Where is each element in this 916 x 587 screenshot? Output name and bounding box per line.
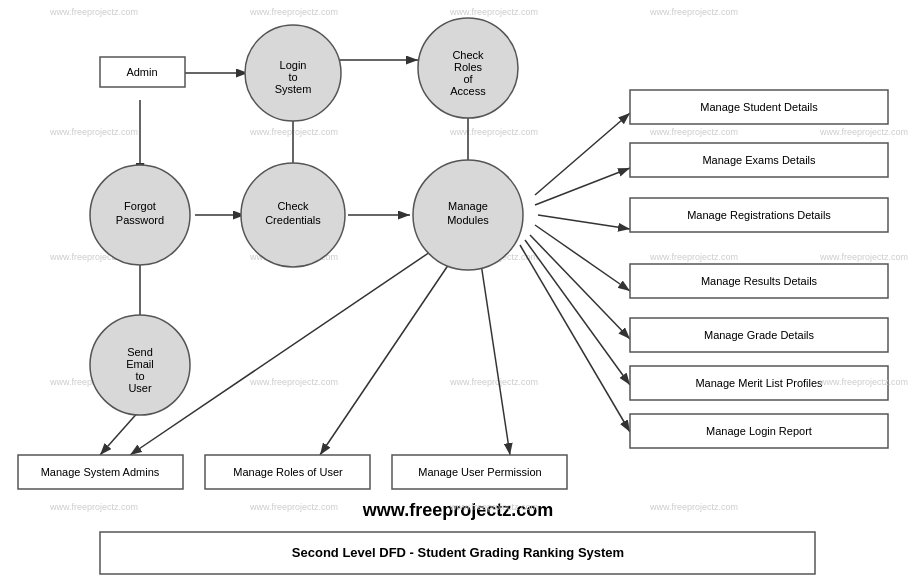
manage-permission-label: Manage User Permission (418, 466, 542, 478)
manage-results-label: Manage Results Details (701, 275, 818, 287)
watermark: www.freeprojectz.com (249, 7, 338, 17)
watermark: www.freeprojectz.com (649, 127, 738, 137)
check-roles-label4: Access (450, 85, 486, 97)
forgot-label2: Password (116, 214, 164, 226)
login-label: Login (280, 59, 307, 71)
check-cred-label2: Credentials (265, 214, 321, 226)
forgot-label1: Forgot (124, 200, 156, 212)
watermark: www.freeprojectz.com (819, 127, 908, 137)
manage-grade-label: Manage Grade Details (704, 329, 815, 341)
manage-merit-label: Manage Merit List Profiles (695, 377, 823, 389)
send-email-label1: Send (127, 346, 153, 358)
watermark: www.freeprojectz.com (649, 7, 738, 17)
watermark: www.freeprojectz.com (249, 502, 338, 512)
arrow-modules-registrations (538, 215, 630, 229)
arrow-modules-results (535, 225, 630, 291)
arrow-modules-loginreport (520, 245, 630, 432)
arrow-modules-exams (535, 168, 630, 205)
watermark: www.freeprojectz.com (49, 7, 138, 17)
arrow-modules-permission (480, 257, 510, 455)
watermark: www.freeprojectz.com (49, 502, 138, 512)
manage-roles-label: Manage Roles of User (233, 466, 343, 478)
watermark: www.freeprojectz.com (449, 7, 538, 17)
manage-student-label: Manage Student Details (700, 101, 818, 113)
send-email-label2: Email (126, 358, 154, 370)
manage-modules-label2: Modules (447, 214, 489, 226)
watermark: www.freeprojectz.com (649, 252, 738, 262)
check-roles-label1: Check (452, 49, 484, 61)
check-cred-label1: Check (277, 200, 309, 212)
watermark: www.freeprojectz.com (819, 252, 908, 262)
send-email-label3: to (135, 370, 144, 382)
manage-modules-label1: Manage (448, 200, 488, 212)
login-label3: System (275, 83, 312, 95)
arrow-email-bottom (100, 410, 140, 455)
arrow-modules-merit (525, 240, 630, 385)
watermark: www.freeprojectz.com (649, 502, 738, 512)
send-email-label4: User (128, 382, 152, 394)
dfd-diagram: www.freeprojectz.com www.freeprojectz.co… (0, 0, 916, 587)
watermark: www.freeprojectz.com (449, 502, 538, 512)
manage-admins-label: Manage System Admins (41, 466, 160, 478)
check-roles-label3: of (463, 73, 473, 85)
manage-registrations-label: Manage Registrations Details (687, 209, 831, 221)
check-roles-label2: Roles (454, 61, 483, 73)
watermark: www.freeprojectz.com (449, 127, 538, 137)
watermark: www.freeprojectz.com (249, 377, 338, 387)
admin-label: Admin (126, 66, 157, 78)
manage-login-label: Manage Login Report (706, 425, 812, 437)
manage-exams-label: Manage Exams Details (702, 154, 816, 166)
watermark: www.freeprojectz.com (819, 377, 908, 387)
arrow-modules-student (535, 113, 630, 195)
login-label2: to (288, 71, 297, 83)
arrow-modules-roles (320, 255, 455, 455)
watermark: www.freeprojectz.com (449, 377, 538, 387)
watermark: www.freeprojectz.com (49, 127, 138, 137)
diagram-title: Second Level DFD - Student Grading Ranki… (292, 545, 624, 560)
